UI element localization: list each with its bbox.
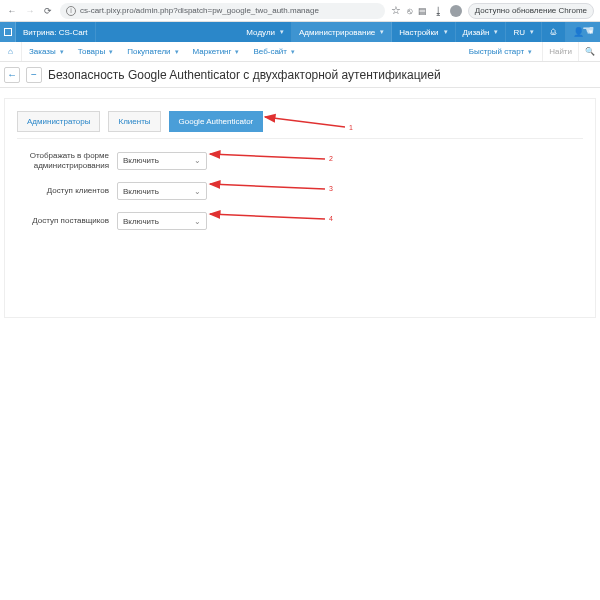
select-vendor-access[interactable]: Включить⌄ xyxy=(117,212,207,230)
quickstart-link[interactable]: Быстрый старт xyxy=(459,42,543,61)
collapse-button[interactable]: − xyxy=(26,67,42,83)
app-logo-icon[interactable] xyxy=(0,22,16,42)
select-admin-form[interactable]: Включить⌄ xyxy=(117,152,207,170)
subnav-marketing[interactable]: Маркетинг xyxy=(186,42,247,61)
back-icon[interactable]: ← xyxy=(6,6,18,16)
row-admin-form: Отображать в форме администрирования Вкл… xyxy=(17,151,583,170)
chevron-down-icon: ⌄ xyxy=(194,156,201,165)
tab-clients[interactable]: Клиенты xyxy=(108,111,160,132)
label-admin-form: Отображать в форме администрирования xyxy=(17,151,117,170)
profile-avatar[interactable] xyxy=(450,5,462,17)
chevron-down-icon: ⌄ xyxy=(194,217,201,226)
nav-design[interactable]: Дизайн xyxy=(456,22,507,42)
label-vendor-access: Доступ поставщиков xyxy=(17,216,117,226)
search-icon[interactable]: 🔍 xyxy=(578,42,600,61)
subnav-customers[interactable]: Покупатели xyxy=(120,42,185,61)
nav-modules[interactable]: Модули xyxy=(239,22,292,42)
reload-icon[interactable]: ⟳ xyxy=(42,6,54,16)
subnav-website[interactable]: Веб-сайт xyxy=(246,42,302,61)
page-title-bar: ← − Безопасность Google Authenticator с … xyxy=(0,62,600,88)
label-client-access: Доступ клиентов xyxy=(17,186,117,196)
annotation-3: 3 xyxy=(329,185,333,192)
browser-chrome-bar: ← → ⟳ i cs-cart.pixy.pro/admin.php?dispa… xyxy=(0,0,600,22)
storefront-link[interactable]: Витрина: CS-Cart xyxy=(16,22,96,42)
cursor-icon: ☚ xyxy=(582,22,595,38)
site-info-icon[interactable]: i xyxy=(66,6,76,16)
star-icon[interactable]: ☆ xyxy=(391,4,401,17)
back-button[interactable]: ← xyxy=(4,67,20,83)
admin-subbar: ⌂ Заказы Товары Покупатели Маркетинг Веб… xyxy=(0,42,600,62)
subnav-products[interactable]: Товары xyxy=(71,42,121,61)
notifications-icon[interactable]: 🕭 xyxy=(542,22,566,42)
settings-panel: Администраторы Клиенты Google Authentica… xyxy=(4,98,596,318)
forward-icon[interactable]: → xyxy=(24,6,36,16)
subnav-orders[interactable]: Заказы xyxy=(22,42,71,61)
tab-admins[interactable]: Администраторы xyxy=(17,111,100,132)
nav-settings[interactable]: Настройки xyxy=(392,22,455,42)
admin-topbar: Витрина: CS-Cart Модули Администрировани… xyxy=(0,22,600,42)
row-vendor-access: Доступ поставщиков Включить⌄ xyxy=(17,212,583,230)
tab-google-auth[interactable]: Google Authenticator xyxy=(169,111,264,132)
lang-select[interactable]: RU xyxy=(506,22,542,42)
select-client-access[interactable]: Включить⌄ xyxy=(117,182,207,200)
page-title: Безопасность Google Authenticator с двух… xyxy=(48,68,441,82)
extension-icon-1[interactable]: ▤ xyxy=(418,6,427,16)
annotation-1: 1 xyxy=(349,124,353,131)
row-client-access: Доступ клиентов Включить⌄ xyxy=(17,182,583,200)
url-bar[interactable]: i cs-cart.pixy.pro/admin.php?dispatch=pw… xyxy=(60,3,385,19)
home-icon[interactable]: ⌂ xyxy=(0,42,22,61)
nav-administration[interactable]: Администрирование xyxy=(292,22,392,42)
url-text: cs-cart.pixy.pro/admin.php?dispatch=pw_g… xyxy=(80,6,319,15)
annotation-4: 4 xyxy=(329,215,333,222)
annotation-2: 2 xyxy=(329,155,333,162)
chevron-down-icon: ⌄ xyxy=(194,187,201,196)
search-input[interactable]: Найти xyxy=(542,42,578,61)
translate-icon[interactable]: ⎋ xyxy=(407,6,412,16)
download-icon[interactable]: ⭳ xyxy=(433,5,444,17)
tabs: Администраторы Клиенты Google Authentica… xyxy=(17,111,583,132)
chrome-update-button[interactable]: Доступно обновление Chrome xyxy=(468,3,594,19)
